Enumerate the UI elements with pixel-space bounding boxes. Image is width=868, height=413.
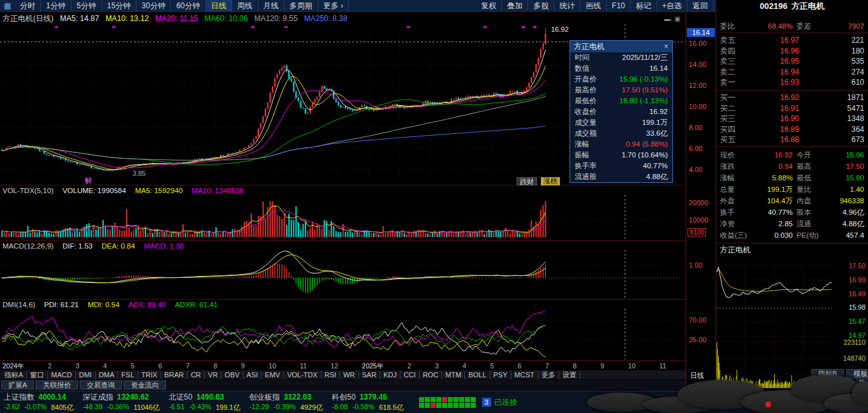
indicator-tab-BRAR[interactable]: BRAR [161,371,188,379]
vol-volume: VOLUME: 1990584 [63,187,126,194]
bottom-tab-资金流向[interactable]: 资金流向 [124,380,166,389]
indicator-tab-RSI[interactable]: RSI [321,371,340,379]
indicator-tab-ASI[interactable]: ASI [244,371,262,379]
index-上证指数[interactable]: 上证指数4000.14-2.62-0.07%8405亿 [4,392,73,412]
indicator-tab-设置[interactable]: 设置 [559,371,580,379]
stat-row: 收益(三)0.030PE(动)457.4 [716,230,868,241]
popup-row-时间: 时间2025/11/12/三 [570,52,672,63]
popup-row-value: 33.6亿 [646,128,668,139]
ask-label: 卖一 [720,77,743,87]
indicator-tab-PSY[interactable]: PSY [490,371,511,379]
action-返回[interactable]: 返回 [688,0,714,11]
ask-row[interactable]: 卖三16.95535 [716,56,868,66]
action-标记[interactable]: 标记 [631,0,657,11]
macd-chart[interactable] [0,250,686,298]
weibi-value: 68.48% [753,21,793,32]
info-popup: 方正电机 × 时间2025/11/12/三数值16.14开盘价15.96 (-0… [570,40,673,183]
action-画线[interactable]: 画线 [580,0,607,11]
volume-chart[interactable] [0,195,686,240]
panel-separator [0,185,716,185]
indicator-tab-窗口[interactable]: 窗口 [27,371,48,379]
bottom-tab-关联报价[interactable]: 关联报价 [36,380,78,389]
diecai-badge[interactable]: 跌财 [517,177,537,185]
indicator-tab-TRIX[interactable]: TRIX [138,371,161,379]
period-tab-30分钟[interactable]: 30分钟 [136,0,171,11]
volume-tick: 10000 [689,216,709,224]
connection-count[interactable]: 3 [482,398,491,407]
popup-row-value: 199.1万 [642,117,668,128]
bottom-tab-扩展A[interactable]: 扩展A [1,380,34,389]
indicator-tab-WR[interactable]: WR [340,371,358,379]
ask-row[interactable]: 卖一16.93610 [716,77,868,87]
popup-row-value: 16.92 [649,106,668,117]
period-tab-15分钟[interactable]: 15分钟 [102,0,136,11]
action-叠加[interactable]: 叠加 [502,0,528,11]
period-tab-更多 ›[interactable]: 更多 › [318,0,349,11]
period-tab-周线[interactable]: 周线 [232,0,258,11]
indicator-tab-KDJ[interactable]: KDJ [380,371,401,379]
index-创业板指[interactable]: 创业板指3122.03-12.29-0.39%4929亿 [249,392,323,412]
indicator-tab-VOL-TDX[interactable]: VOL-TDX [284,371,321,379]
right-tab-指标B[interactable]: 指标B [811,369,844,379]
close-icon[interactable]: × [664,41,668,52]
bid-row[interactable]: 买二16.915471 [716,103,868,113]
period-tab-月线[interactable]: 月线 [258,0,284,11]
indicator-tab-CCI[interactable]: CCI [401,371,420,379]
index-北证50[interactable]: 北证501490.63-6.51-0.43%199.1亿 [168,392,240,412]
time-label: 11 [659,362,666,370]
window-icon[interactable]: ▣ [675,15,680,22]
period-tab-分时[interactable]: 分时 [15,0,41,11]
bid-row[interactable]: 买四16.89364 [716,124,868,134]
bid-row[interactable]: 买五16.88673 [716,134,868,145]
indicator-tab-MACD[interactable]: MACD [48,371,75,379]
popup-row-label: 开盘价 [575,74,597,85]
indicator-tab-FSL[interactable]: FSL [118,371,138,379]
index-深证成指[interactable]: 深证成指13240.62-48.39-0.36%11046亿 [82,392,159,412]
action-复权[interactable]: 复权 [476,0,502,11]
index-科创50[interactable]: 科创501379.45-8.08-0.58%618.5亿 [332,392,403,412]
bottom-tab-交易查询[interactable]: 交易查询 [80,380,122,389]
period-tab-60分钟[interactable]: 60分钟 [171,0,205,11]
indicator-tab-CR[interactable]: CR [188,371,205,379]
period-tab-日线[interactable]: 日线 [206,0,232,11]
popup-row-涨幅: 涨幅0.94 (5.88%) [570,139,672,150]
ask-row[interactable]: 卖五16.97221 [716,35,868,45]
stat-label: 外盘 [720,196,753,207]
ask-row[interactable]: 卖四16.96180 [716,46,868,56]
indicator-tab-OBV[interactable]: OBV [221,371,243,379]
menu-icon[interactable]: ▦ [0,1,15,10]
bid-row[interactable]: 买三16.901348 [716,113,868,124]
indicator-tab-EMV[interactable]: EMV [261,371,284,379]
action-F10[interactable]: F10 [607,0,631,11]
index-pct: -0.36% [107,403,129,412]
bid-row[interactable]: 买一16.921871 [716,92,868,103]
bid-label: 买一 [720,92,743,103]
index-change: -6.51 [168,403,184,412]
indicator-tab-SAR[interactable]: SAR [359,371,381,379]
ask-row[interactable]: 卖二16.94274 [716,67,868,77]
indicator-tab-MTM[interactable]: MTM [442,371,465,379]
time-label: 5 [490,362,494,370]
indicator-tab-BOLL[interactable]: BOLL [465,371,490,379]
indicator-tab-DMI[interactable]: DMI [76,371,96,379]
indicator-tab-VR[interactable]: VR [205,371,221,379]
minimize-icon[interactable]: ▬ [665,15,671,22]
ask-price: 16.93 [743,77,799,87]
zhangbang-badge[interactable]: 涨榜 [541,177,560,185]
period-tab-5分钟[interactable]: 5分钟 [71,0,102,11]
stat-value: 40.77% [753,207,793,218]
indicator-tab-指标A[interactable]: 指标A [1,371,27,379]
period-tab-多周期[interactable]: 多周期 [284,0,318,11]
dmi-chart[interactable] [0,308,686,359]
chip-distribution-tab[interactable]: 筹 [857,377,867,388]
action-统计[interactable]: 统计 [554,0,580,11]
popup-row-label: 振幅 [575,150,589,161]
indicator-tab-更多[interactable]: 更多 [538,371,559,379]
indicator-tab-MCST[interactable]: MCST [511,371,538,379]
popup-titlebar[interactable]: 方正电机 × [570,41,672,52]
action-多股[interactable]: 多股 [528,0,554,11]
indicator-tab-DMA[interactable]: DMA [96,371,118,379]
period-tab-1分钟[interactable]: 1分钟 [41,0,71,11]
indicator-tab-ROC[interactable]: ROC [420,371,442,379]
action-+自选[interactable]: +自选 [657,0,688,11]
